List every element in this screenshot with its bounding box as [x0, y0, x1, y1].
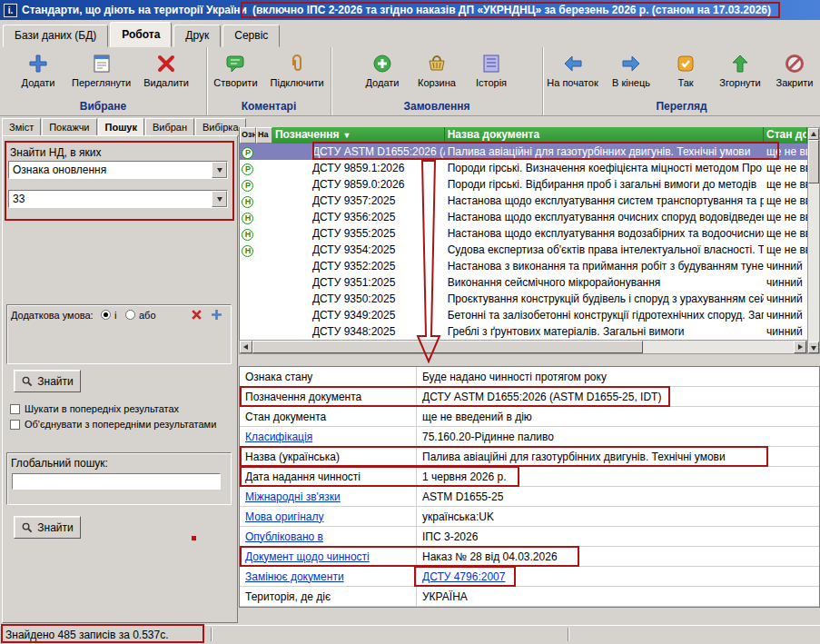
horizontal-scrollbar[interactable] [239, 340, 807, 354]
row-status: чинний [764, 307, 807, 323]
validity-document-value: Наказ № 28 від 04.03.2026 [417, 550, 819, 563]
sidebar-tab-bar: Зміст Покажчи Пошук Вибран Вибірка [2, 118, 246, 136]
original-language-link[interactable]: Мова оригіналу [240, 507, 417, 526]
go-to-start-button[interactable]: На початок [543, 50, 602, 91]
replaces-documents-link[interactable]: Замінює документи [240, 567, 417, 586]
merge-previous-checkbox[interactable] [10, 420, 20, 430]
basket-button[interactable]: Корзина [411, 50, 462, 91]
state-mark-value: Буде надано чинності протягом року [417, 371, 819, 383]
classification-value: 75.160.20-Рідинне паливо [417, 431, 819, 443]
yes-button[interactable]: Так [660, 50, 711, 91]
table-row[interactable]: Н ДСТУ 9357:2025 Настанова щодо експлуат… [240, 193, 807, 209]
radio-and[interactable] [101, 310, 111, 320]
table-row[interactable]: ДСТУ 9348:2025 Греблі з ґрунтових матері… [240, 323, 807, 340]
attach-comment-button[interactable]: Підключити [266, 50, 329, 91]
header-mark-column[interactable]: Озн [240, 127, 256, 144]
published-in-value: ІПС 3-2026 [417, 530, 819, 543]
horizontal-scroll-thumb[interactable] [252, 341, 643, 353]
header-status-column[interactable]: Стан док [764, 127, 807, 144]
delete-favorite-button[interactable]: Видалити [139, 50, 193, 91]
history-icon [480, 53, 502, 76]
find-in-label: Знайти НД, в яких [10, 146, 101, 159]
create-comment-button[interactable]: Створити [209, 50, 262, 91]
table-row[interactable]: ДСТУ 9349:2025 Бетонні та залізобетонні … [240, 307, 807, 323]
row-status: ще не введений в дію [764, 176, 807, 193]
green-circle-mark-icon: Н [242, 229, 253, 241]
history-button[interactable]: Історія [466, 50, 517, 91]
table-row[interactable]: ДСТУ 9350:2025 Проєктування конструкцій … [240, 291, 807, 307]
green-circle-mark-icon: Н [242, 213, 253, 224]
scroll-up-button[interactable] [808, 128, 819, 140]
tab-service[interactable]: Сервіс [222, 25, 280, 47]
replaced-document-link[interactable]: ДСТУ 4796:2007 [417, 570, 819, 583]
table-row[interactable]: Р ДСТУ ASTM D1655:2026 (ASTM D1655-25, I… [240, 144, 807, 160]
row-availability-cell [256, 160, 272, 176]
table-row[interactable]: ДСТУ 9352:2025 Настанова з виконання та … [240, 258, 807, 274]
row-availability-cell [256, 307, 272, 323]
collapse-button[interactable]: Згорнути [715, 50, 766, 91]
app-icon: i. [4, 4, 17, 17]
tab-databases[interactable]: Бази даних (БД) [3, 25, 108, 47]
scroll-right-button[interactable] [794, 341, 806, 353]
radio-or-label: або [139, 310, 156, 321]
row-mark-cell: Р [240, 160, 256, 176]
designation-value: ДСТУ ASTM D1655:2026 (ASTM D1655-25, IDT… [417, 391, 819, 403]
classification-link[interactable]: Класифікація [240, 427, 417, 446]
document-list-area: Озн На Позначення▼ Назва документа Стан … [239, 127, 820, 354]
sidebar-tab-indexes[interactable]: Покажчи [42, 118, 96, 136]
row-availability-cell [256, 323, 272, 340]
international-relations-link[interactable]: Міжнародні зв'язки [240, 487, 417, 506]
row-status: ще не введений в дію [764, 242, 807, 258]
table-row[interactable]: Р ДСТУ 9859.1:2026 Породи гірські. Визна… [240, 160, 807, 176]
close-button[interactable]: Закрити [769, 50, 820, 91]
sidebar-tab-contents[interactable]: Зміст [2, 118, 41, 136]
detail-row: Класифікація75.160.20-Рідинне паливо [240, 427, 819, 447]
go-to-end-button[interactable]: В кінець [606, 50, 657, 91]
table-row[interactable]: Р ДСТУ 9859.0:2026 Породи гірські. Відби… [240, 176, 807, 193]
table-row[interactable]: Н ДСТУ 9354:2025 Судова експертиза об'єк… [240, 242, 807, 258]
scroll-left-button[interactable] [240, 341, 252, 353]
toolbar-group-orders: Додати Корзина Історія Замовлення [331, 47, 543, 115]
document-icon [91, 53, 113, 76]
no-entry-icon [784, 53, 805, 76]
row-mark-cell [240, 307, 256, 323]
group-label-comments: Коментарі [207, 100, 331, 115]
tab-work[interactable]: Робота [110, 22, 172, 47]
scroll-down-button[interactable] [808, 342, 819, 353]
chevron-down-icon[interactable] [212, 162, 227, 178]
table-row[interactable]: Н ДСТУ 9355:2025 Настанова щодо експлуат… [240, 225, 807, 242]
global-search-input[interactable] [12, 473, 221, 490]
chevron-down-icon[interactable] [212, 191, 227, 207]
designation-label: Позначення документа [240, 387, 417, 406]
sidebar-tab-search[interactable]: Пошук [98, 118, 144, 136]
table-row[interactable]: Н ДСТУ 9356:2025 Настанова щодо експлуат… [240, 209, 807, 225]
header-title-column[interactable]: Назва документа [445, 127, 764, 144]
green-circle-mark-icon: Р [242, 180, 253, 192]
add-favorite-button[interactable]: Додати [13, 50, 64, 91]
plus-blue-icon [211, 309, 222, 321]
remove-condition-button[interactable] [189, 307, 203, 322]
row-title: Греблі з ґрунтових матеріалів. Загальні … [445, 323, 764, 340]
add-order-button[interactable]: Додати [357, 50, 408, 91]
vertical-scroll-thumb[interactable] [808, 140, 819, 183]
published-in-link[interactable]: Опубліковано в [240, 527, 417, 546]
radio-or[interactable] [125, 310, 135, 320]
add-condition-button[interactable] [209, 307, 223, 322]
attribute-dropdown[interactable]: Ознака оновлення [8, 161, 228, 179]
view-favorite-button[interactable]: Переглянути [67, 50, 135, 91]
search-previous-checkbox[interactable] [10, 404, 20, 414]
vertical-scrollbar[interactable] [807, 127, 820, 354]
validity-document-link[interactable]: Документ щодо чинності [240, 547, 417, 566]
value-dropdown[interactable]: 33 [8, 190, 228, 208]
table-row[interactable]: ДСТУ 9351:2025 Виконання сейсмічного мік… [240, 274, 807, 291]
header-availability-column[interactable]: На [256, 127, 272, 144]
sidebar-tab-favorites[interactable]: Вибран [145, 118, 194, 136]
merge-previous-checkbox-row: Об'єднувати з попередніми результатами [10, 419, 216, 430]
find-button[interactable]: Знайти [14, 370, 81, 392]
row-mark-cell [240, 258, 256, 274]
header-designation-column[interactable]: Позначення▼ [272, 127, 445, 144]
tab-print[interactable]: Друк [173, 25, 221, 47]
row-title: Настанова щодо експлуатування водозабірн… [445, 225, 764, 242]
row-mark-cell [240, 274, 256, 291]
global-find-button[interactable]: Знайти [14, 516, 81, 539]
